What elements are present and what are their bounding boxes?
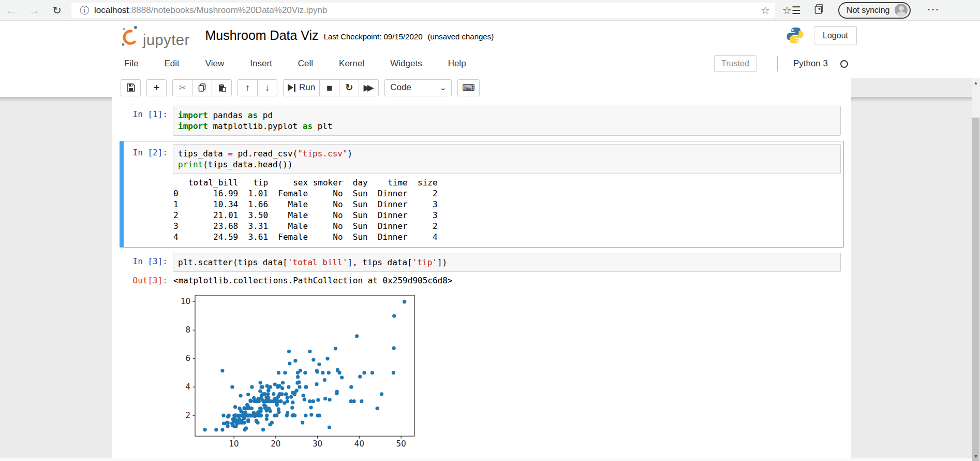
profile-sync-button[interactable]: Not syncing — [838, 2, 911, 19]
run-label: Run — [299, 82, 315, 93]
input-prompt: In [2]: — [124, 144, 173, 174]
refresh-icon[interactable]: ↻ — [46, 4, 68, 17]
arrow-down-icon: ↓ — [265, 83, 270, 92]
step-forward-icon — [288, 84, 295, 92]
refresh-icon: ↻ — [345, 83, 353, 92]
menu-edit[interactable]: Edit — [164, 55, 179, 72]
autosave-status: (unsaved changes) — [428, 32, 494, 41]
menu-view[interactable]: View — [205, 55, 225, 72]
chevron-down-icon: ⌄ — [439, 84, 447, 92]
svg-text:10: 10 — [181, 297, 190, 306]
code-cell-3[interactable]: In [3]:plt.scatter(tips_data['total_bill… — [120, 250, 844, 459]
horizontal-scrollbar-track — [0, 458, 972, 461]
url-path: :8888/notebooks/Mushroom%20Data%20Viz.ip… — [129, 5, 327, 16]
svg-text:8: 8 — [185, 325, 190, 335]
menu-help[interactable]: Help — [448, 55, 466, 72]
logout-button[interactable]: Logout — [814, 26, 857, 45]
vertical-scrollbar[interactable]: ▲ ▼ — [972, 78, 980, 461]
favorites-bar-icon[interactable]: ☆☰ — [782, 4, 801, 17]
scroll-up-icon[interactable]: ▲ — [972, 78, 980, 88]
profile-avatar — [895, 4, 908, 17]
paste-icon — [218, 83, 226, 92]
save-icon — [127, 83, 135, 92]
svg-text:40: 40 — [354, 439, 364, 449]
browser-window: ← → ↻ ⓘ localhost:8888/notebooks/Mushroo… — [0, 0, 980, 461]
output-prompt-empty — [124, 289, 173, 456]
command-palette-button[interactable]: ⌨ — [457, 79, 480, 96]
save-button[interactable] — [121, 79, 141, 96]
add-cell-button[interactable]: + — [146, 79, 167, 96]
forward-icon[interactable]: → — [23, 4, 46, 17]
notebook-header: jupyter Mushroom Data Viz Last Checkpoin… — [0, 21, 980, 50]
menu-insert[interactable]: Insert — [250, 55, 272, 72]
kernel-name: Python 3 — [793, 59, 828, 69]
browser-menu-icon[interactable]: ··· — [927, 5, 940, 16]
run-button[interactable]: Run — [283, 79, 320, 96]
trusted-badge: Trusted — [714, 55, 756, 72]
chrome-buttons: ☆☰ Not syncing ··· — [782, 2, 940, 19]
svg-text:20: 20 — [271, 439, 280, 449]
move-cell-up-button[interactable]: ↑ — [237, 79, 258, 96]
copy-cell-button[interactable] — [192, 79, 212, 96]
move-cell-down-button[interactable]: ↓ — [257, 79, 277, 96]
menu-items: FileEditViewInsertCellKernelWidgetsHelp — [124, 55, 492, 72]
menu-file[interactable]: File — [124, 55, 138, 72]
jupyter-logo[interactable]: jupyter — [120, 25, 190, 47]
code-input-area[interactable]: import pandas as pdimport matplotlib.pyp… — [173, 106, 841, 136]
stream-output: total_bill tip sex smoker day time size … — [173, 174, 438, 244]
collections-icon[interactable] — [814, 4, 825, 17]
input-prompt: In [3]: — [124, 253, 173, 272]
interrupt-kernel-button[interactable]: ■ — [319, 79, 339, 96]
code-cell-2[interactable]: In [2]:tips_data = pd.read_csv("tips.csv… — [120, 141, 844, 248]
menu-cell[interactable]: Cell — [298, 55, 313, 72]
code-input-area[interactable]: plt.scatter(tips_data['total_bill'], tip… — [173, 253, 841, 272]
jupyter-logo-icon — [120, 25, 141, 47]
restart-run-all-button[interactable]: ▶▶ — [359, 79, 379, 96]
keyboard-icon: ⌨ — [462, 83, 475, 92]
svg-text:2: 2 — [185, 411, 190, 420]
paste-cell-button[interactable] — [212, 79, 232, 96]
svg-text:30: 30 — [313, 439, 322, 449]
address-bar[interactable]: ⓘ localhost:8888/notebooks/Mushroom%20Da… — [71, 3, 775, 18]
plus-icon: + — [154, 82, 160, 93]
menu-kernel[interactable]: Kernel — [339, 55, 364, 72]
site-info-icon[interactable]: ⓘ — [80, 4, 89, 17]
stop-icon: ■ — [326, 83, 332, 93]
restart-kernel-button[interactable]: ↻ — [339, 79, 359, 96]
browser-chrome: ← → ↻ ⓘ localhost:8888/notebooks/Mushroo… — [0, 0, 980, 21]
svg-text:10: 10 — [229, 439, 239, 449]
copy-icon — [198, 83, 206, 92]
notebook-container: In [1]:import pandas as pdimport matplot… — [112, 97, 851, 461]
cut-cell-button[interactable]: ✂ — [172, 79, 192, 96]
svg-text:50: 50 — [396, 439, 406, 449]
svg-text:6: 6 — [185, 354, 190, 363]
code-input-area[interactable]: tips_data = pd.read_csv("tips.csv")print… — [173, 144, 841, 174]
svg-text:4: 4 — [185, 382, 190, 392]
checkpoint-label: Last Checkpoint: 09/15/2020 — [324, 32, 423, 41]
menubar-row: FileEditViewInsertCellKernelWidgetsHelp … — [0, 50, 980, 78]
input-prompt: In [1]: — [124, 106, 173, 136]
scroll-down-icon[interactable]: ▼ — [972, 452, 980, 461]
url-host: localhost — [94, 5, 129, 16]
scissors-icon: ✂ — [179, 83, 186, 92]
back-icon[interactable]: ← — [0, 4, 23, 17]
scrollbar-thumb[interactable] — [972, 118, 979, 461]
toolbar-row: + ✂ ↑ ↓ Run ■ ↻ — [0, 78, 851, 97]
menu-widgets[interactable]: Widgets — [390, 55, 422, 72]
output-prompt: Out[3]: — [124, 272, 173, 288]
jupyter-logo-text: jupyter — [143, 32, 190, 49]
code-cell-1[interactable]: In [1]:import pandas as pdimport matplot… — [120, 103, 844, 139]
result-repr: <matplotlib.collections.PathCollection a… — [173, 272, 452, 288]
arrow-up-icon: ↑ — [245, 83, 250, 92]
kernel-idle-icon — [840, 60, 848, 68]
cell-type-select[interactable]: Code ⌄ — [384, 79, 452, 96]
cell-type-value: Code — [390, 82, 411, 93]
python-logo-icon — [785, 26, 805, 45]
output-prompt-empty — [124, 174, 173, 244]
scatter-plot: 1020304050246810 — [173, 291, 433, 453]
add-favorite-icon[interactable]: ☆ — [761, 4, 770, 17]
sync-status-label: Not syncing — [847, 6, 890, 15]
fast-forward-icon: ▶▶ — [364, 83, 374, 92]
divider — [777, 56, 778, 71]
notebook-title[interactable]: Mushroom Data Viz — [205, 28, 319, 43]
